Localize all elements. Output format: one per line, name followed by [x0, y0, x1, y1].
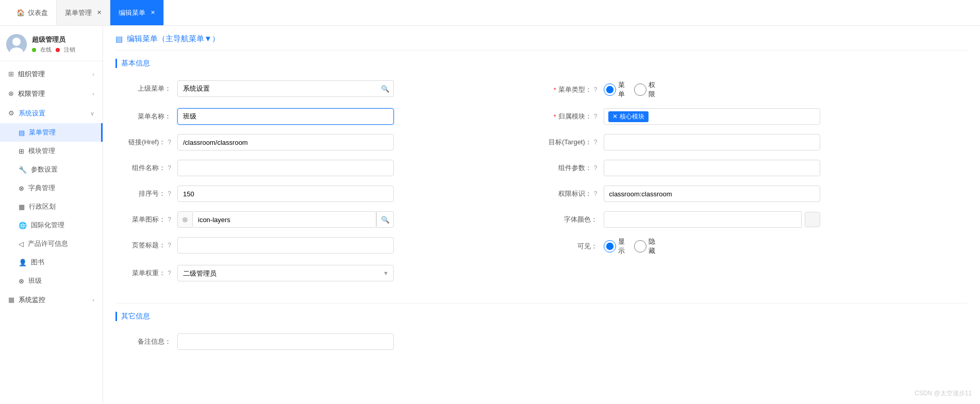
logout-label[interactable]: 注销: [64, 46, 75, 54]
menu-icon-input[interactable]: [192, 211, 376, 228]
form-row-2: 菜单名称： * 归属模块： ?: [115, 108, 968, 134]
menu-mgmt-label: 菜单管理: [29, 128, 56, 137]
sidebar-item-param-setting[interactable]: 🔧 参数设置: [0, 160, 103, 179]
menu-type-help-icon[interactable]: ?: [594, 86, 597, 93]
org-icon: ⊞: [8, 70, 14, 78]
menu-type-label: * 菜单类型： ?: [542, 85, 604, 94]
sidebar-item-book[interactable]: 👤 图书: [0, 253, 103, 272]
perm-code-field: [604, 186, 820, 202]
font-color-swatch[interactable]: [805, 212, 820, 227]
sidebar-item-dict-mgmt[interactable]: ⊗ 字典管理: [0, 179, 103, 197]
tab-dashboard[interactable]: 🏠 仪表盘: [8, 0, 57, 25]
visible-field: 显示 隐藏: [604, 237, 820, 256]
tab-menu-manage-close[interactable]: ✕: [97, 9, 102, 16]
sidebar-item-monitor[interactable]: ▦系统监控 ‹: [0, 290, 103, 310]
sidebar-item-sys[interactable]: ⚙系统设置 ∨: [0, 104, 103, 123]
avatar: [6, 34, 27, 55]
home-icon: 🏠: [16, 9, 25, 16]
sidebar-item-region[interactable]: ▦ 行政区划: [0, 197, 103, 216]
menu-name-field: [177, 108, 394, 125]
sort-no-input[interactable]: [177, 186, 394, 202]
param-setting-label: 参数设置: [31, 165, 58, 174]
parent-menu-input[interactable]: [177, 80, 378, 97]
user-info-area: 超级管理员 在线 注销: [0, 26, 103, 61]
menu-weight-help-icon[interactable]: ?: [168, 270, 171, 277]
sort-no-help-icon[interactable]: ?: [168, 190, 171, 197]
sys-arrow: ∨: [90, 110, 94, 117]
sort-no-field: [177, 186, 394, 202]
page-tab-title-input[interactable]: [177, 237, 394, 254]
radio-show-input[interactable]: [604, 238, 616, 255]
menu-icon-help-icon[interactable]: ?: [168, 216, 171, 223]
sidebar-monitor-label: 系统监控: [19, 296, 45, 304]
component-name-help-icon[interactable]: ?: [168, 164, 171, 172]
form-row-7: 页签标题： ? 可见：: [115, 237, 968, 265]
license-icon: ◁: [19, 240, 24, 248]
module-tag-close[interactable]: ✕: [612, 113, 618, 120]
sidebar-item-org[interactable]: ⊞组织管理 ‹: [0, 64, 103, 84]
sidebar-item-module-mgmt[interactable]: ⊞ 模块管理: [0, 142, 103, 160]
i18n-icon: 🌐: [19, 222, 27, 229]
sidebar-item-class[interactable]: ⊗ 班级: [0, 272, 103, 290]
remarks-input[interactable]: [177, 333, 394, 350]
module-mgmt-label: 模块管理: [28, 146, 55, 156]
page-tab-title-field: [177, 237, 394, 254]
radio-show[interactable]: 显示: [604, 237, 626, 256]
sidebar-item-i18n[interactable]: 🌐 国际化管理: [0, 216, 103, 234]
font-color-input[interactable]: [604, 211, 802, 228]
form-col-href: 链接(Href)： ?: [115, 134, 542, 160]
href-input[interactable]: [177, 134, 394, 150]
username: 超级管理员: [32, 35, 75, 44]
target-help-icon[interactable]: ?: [594, 139, 597, 146]
perm-code-help-icon[interactable]: ?: [594, 190, 597, 197]
radio-hide-input[interactable]: [634, 238, 646, 255]
component-params-help-icon[interactable]: ?: [594, 164, 597, 172]
radio-hide[interactable]: 隐藏: [634, 237, 656, 256]
org-arrow: ‹: [92, 71, 94, 77]
form-col-weight: 菜单权重： ? 二级管理员 一级管理员 超级管理员 ▼: [115, 265, 542, 291]
perm-icon: ⊗: [8, 90, 14, 97]
form-col-icon: 菜单图标： ? ⊗ 🔍: [115, 211, 542, 237]
menu-weight-label: 菜单权重： ?: [115, 268, 177, 278]
component-params-input[interactable]: [604, 160, 820, 176]
page-tab-title-help-icon[interactable]: ?: [168, 242, 171, 249]
form-col-target: 目标(Target)： ?: [542, 134, 968, 160]
belong-module-help-icon[interactable]: ?: [594, 113, 597, 120]
book-label: 图书: [31, 258, 44, 267]
page-title: ▤ 编辑菜单（主导航菜单▼）: [115, 34, 968, 50]
svg-point-1: [12, 38, 21, 46]
form-col-name: 菜单名称：: [115, 108, 542, 134]
sidebar-item-license[interactable]: ◁ 产品许可信息: [0, 234, 103, 253]
sidebar: 超级管理员 在线 注销 ⊞组织管理 ‹ ⊗权限管理 ‹: [0, 26, 103, 404]
menu-name-input[interactable]: [177, 108, 394, 125]
form-col-parent: 上级菜单： 🔍: [115, 80, 542, 108]
component-name-input[interactable]: [177, 160, 394, 176]
i18n-label: 国际化管理: [31, 221, 64, 230]
radio-menu-input[interactable]: [604, 81, 616, 98]
region-label: 行政区划: [29, 202, 56, 211]
target-input[interactable]: [604, 134, 820, 150]
radio-perm-input[interactable]: [634, 81, 646, 98]
menu-weight-select[interactable]: 二级管理员 一级管理员 超级管理员: [177, 265, 394, 281]
perm-code-input[interactable]: [604, 186, 820, 202]
form-col-menu-type: * 菜单类型： ? 菜单: [542, 80, 968, 108]
tab-edit-menu[interactable]: 编辑菜单 ✕: [110, 0, 164, 25]
sidebar-org-label: 组织管理: [18, 70, 45, 78]
parent-menu-label: 上级菜单：: [115, 84, 177, 93]
sidebar-item-perm[interactable]: ⊗权限管理 ‹: [0, 84, 103, 104]
module-icon: ⊞: [19, 147, 24, 155]
watermark: CSDN @太空漫步11: [915, 389, 972, 398]
href-label: 链接(Href)： ?: [115, 138, 177, 147]
page-title-icon: ▤: [115, 35, 123, 44]
monitor-arrow: ‹: [92, 297, 94, 303]
parent-menu-search-btn[interactable]: 🔍: [378, 80, 394, 97]
other-info-form: 备注信息：: [115, 329, 968, 367]
radio-menu[interactable]: 菜单: [604, 80, 626, 99]
sidebar-item-menu-mgmt[interactable]: ▤ 菜单管理: [0, 123, 103, 142]
tab-edit-menu-close[interactable]: ✕: [151, 9, 155, 16]
tab-menu-manage[interactable]: 菜单管理 ✕: [57, 0, 110, 25]
href-help-icon[interactable]: ?: [168, 139, 171, 146]
online-label: 在线: [40, 46, 52, 54]
radio-perm[interactable]: 权限: [634, 80, 656, 99]
menu-icon-search-btn[interactable]: 🔍: [376, 211, 394, 228]
